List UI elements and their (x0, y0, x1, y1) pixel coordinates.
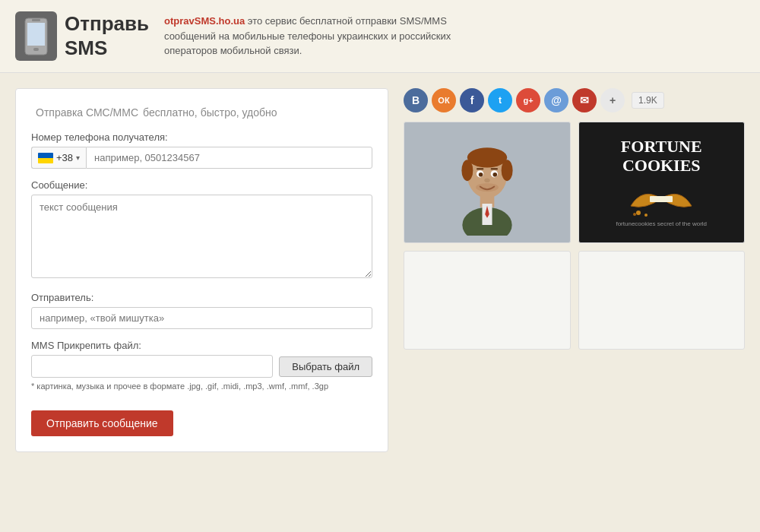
svg-point-14 (479, 173, 483, 177)
svg-point-10 (461, 160, 473, 181)
file-input[interactable] (31, 355, 273, 378)
more-share-button[interactable]: + (600, 88, 625, 112)
mms-group: MMS Прикрепить файл: Выбрать файл * карт… (31, 340, 372, 391)
social-share-bar: В ОК f t g+ @ ✉ + 1.9K (404, 88, 745, 112)
svg-point-15 (492, 173, 497, 177)
country-code: +38 (56, 152, 73, 163)
fortune-subtitle: fortunecookies secret of the world (616, 220, 707, 227)
svg-rect-2 (33, 48, 39, 51)
empty-ad-box-2 (578, 251, 746, 350)
phone-label: Номер телефона получателя: (31, 131, 372, 143)
email-button[interactable]: ✉ (572, 88, 597, 112)
avatar-ad-box[interactable] (404, 122, 571, 243)
message-textarea[interactable] (31, 195, 372, 278)
ad-grid: FORTUNE COOKIES (404, 122, 745, 350)
phone-row: +38 ▾ (31, 147, 372, 169)
sender-label: Отправитель: (31, 292, 372, 303)
svg-point-23 (633, 213, 636, 216)
facebook-button[interactable]: f (460, 88, 484, 112)
odnoklassniki-button[interactable]: ОК (432, 88, 456, 112)
choose-file-button[interactable]: Выбрать файл (279, 356, 372, 377)
fortune-cookies-title: FORTUNE COOKIES (621, 138, 702, 174)
svg-point-22 (644, 214, 648, 217)
file-format-note: * картинка, музыка и прочее в формате .j… (31, 382, 372, 391)
svg-rect-17 (490, 168, 497, 169)
share-count: 1.9K (632, 92, 664, 109)
message-label: Сообщение: (31, 179, 372, 191)
google-plus-button[interactable]: g+ (516, 88, 540, 112)
svg-rect-16 (477, 168, 483, 169)
svg-rect-20 (650, 196, 673, 202)
main-content: Отправка СМС/ММСбесплатно, быстро, удобн… (0, 73, 760, 467)
file-row: Выбрать файл (31, 355, 372, 378)
svg-point-11 (501, 160, 512, 181)
form-panel: Отправка СМС/ММСбесплатно, быстро, удобн… (15, 88, 388, 452)
fortune-cookies-ad[interactable]: FORTUNE COOKIES (578, 122, 746, 243)
submit-button[interactable]: Отправить сообщение (31, 410, 173, 436)
ukraine-flag (38, 153, 53, 163)
empty-ad-box-1 (404, 251, 571, 350)
svg-point-19 (476, 183, 499, 192)
vkontakte-button[interactable]: В (404, 88, 428, 112)
svg-point-21 (636, 211, 641, 215)
person-avatar (404, 122, 570, 242)
sender-input[interactable] (31, 307, 372, 329)
mms-label: MMS Прикрепить файл: (31, 340, 372, 351)
sender-group: Отправитель: (31, 292, 372, 329)
svg-rect-3 (32, 19, 40, 21)
site-title: Отправь SMS (65, 12, 149, 59)
svg-point-18 (484, 178, 489, 182)
svg-point-9 (467, 147, 507, 167)
message-group: Сообщение: (31, 179, 372, 281)
phone-icon (15, 11, 57, 61)
logo: Отправь SMS (15, 11, 149, 61)
phone-group: Номер телефона получателя: +38 ▾ (31, 131, 372, 169)
form-title: Отправка СМС/ММСбесплатно, быстро, удобн… (31, 104, 372, 120)
svg-rect-1 (27, 23, 45, 46)
chevron-down-icon: ▾ (76, 154, 80, 162)
right-panel: В ОК f t g+ @ ✉ + 1.9K (404, 88, 745, 452)
header: Отправь SMS otpravSMS.ho.ua это сервис б… (0, 0, 760, 73)
country-selector[interactable]: +38 ▾ (31, 147, 86, 169)
phone-input[interactable] (86, 147, 372, 169)
header-description: otpravSMS.ho.ua это сервис бесплатной от… (164, 14, 453, 59)
twitter-button[interactable]: t (488, 88, 512, 112)
mail-button[interactable]: @ (544, 88, 568, 112)
